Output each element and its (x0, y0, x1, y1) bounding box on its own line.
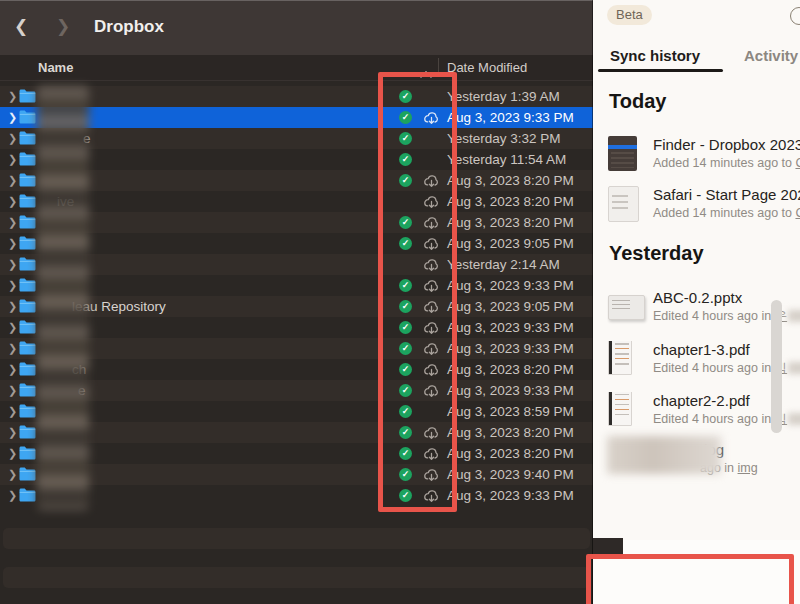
disclosure-chevron-icon[interactable]: ❯ (8, 342, 17, 355)
disclosure-chevron-icon[interactable]: ❯ (8, 279, 17, 292)
panel-status-bar: ✓ Your files are up to date ⌄ (593, 540, 800, 604)
file-thumbnail (608, 295, 645, 320)
active-tab-underline (598, 69, 723, 72)
tab-sync-history[interactable]: Sync history (610, 47, 700, 64)
cloud-download-icon (423, 341, 440, 360)
file-meta: Added 14 minutes ago to Capt (653, 156, 800, 171)
disclosure-chevron-icon[interactable]: ❯ (8, 321, 17, 334)
file-name: Safari - Start Page 2023- (653, 186, 800, 204)
redacted-folder-names (37, 86, 89, 510)
column-headers: Name Date Modified (0, 55, 593, 81)
synced-check-icon: ✓ (399, 237, 412, 250)
cloud-download-icon (423, 446, 440, 465)
disclosure-chevron-icon[interactable]: ❯ (8, 258, 17, 271)
cloud-download-icon (423, 194, 440, 213)
folder-icon (19, 152, 36, 170)
synced-check-icon: ✓ (399, 279, 412, 292)
date-modified: Aug 3, 2023 9:33 PM (447, 341, 574, 356)
disclosure-chevron-icon[interactable]: ❯ (8, 384, 17, 397)
redacted-thumbnail (607, 436, 721, 474)
sort-ascending-icon[interactable] (420, 64, 432, 82)
disclosure-chevron-icon[interactable]: ❯ (8, 237, 17, 250)
disclosure-chevron-icon[interactable]: ❯ (8, 468, 17, 481)
disclosure-chevron-icon[interactable]: ❯ (8, 195, 17, 208)
disclosure-chevron-icon[interactable]: ❯ (8, 447, 17, 460)
date-modified: Yesterday 1:39 AM (447, 89, 560, 104)
disclosure-chevron-icon[interactable]: ❯ (8, 363, 17, 376)
cloud-download-icon (423, 383, 440, 402)
folder-icon (19, 89, 36, 107)
disclosure-chevron-icon[interactable]: ❯ (8, 405, 17, 418)
synced-check-icon: ✓ (399, 111, 412, 124)
column-date-modified[interactable]: Date Modified (447, 60, 527, 75)
folder-icon (19, 236, 36, 254)
redacted-text (788, 413, 800, 425)
column-name[interactable]: Name (38, 60, 73, 75)
date-modified: Yesterday 3:32 PM (447, 131, 561, 146)
panel-scrollbar[interactable] (771, 300, 782, 433)
folder-icon (19, 341, 36, 359)
disclosure-chevron-icon[interactable]: ❯ (8, 90, 17, 103)
destination-link[interactable]: Capt (795, 206, 800, 220)
screen: ❮ ❯ Dropbox Name Date Modified ❯✓Yesterd… (0, 0, 800, 604)
disclosure-chevron-icon[interactable]: ❯ (8, 300, 17, 313)
date-modified: Aug 3, 2023 8:20 PM (447, 194, 574, 209)
synced-check-icon: ✓ (399, 342, 412, 355)
synced-check-icon: ✓ (399, 384, 412, 397)
disclosure-chevron-icon[interactable]: ❯ (8, 489, 17, 502)
synced-check-icon: ✓ (399, 300, 412, 313)
date-modified: Aug 3, 2023 9:33 PM (447, 383, 574, 398)
cloud-download-icon (423, 467, 440, 486)
cloud-download-icon (423, 110, 440, 129)
disclosure-chevron-icon[interactable]: ❯ (8, 153, 17, 166)
folder-icon (19, 467, 36, 485)
account-circle-icon[interactable] (790, 7, 800, 25)
cloud-download-icon (423, 257, 440, 276)
finder-toolbar: ❮ ❯ Dropbox (0, 0, 593, 56)
folder-icon (19, 278, 36, 296)
disclosure-chevron-icon[interactable]: ❯ (8, 111, 17, 124)
disclosure-chevron-icon[interactable]: ❯ (8, 426, 17, 439)
synced-check-icon: ✓ (399, 216, 412, 229)
file-thumbnail (608, 186, 639, 222)
redacted-text (788, 362, 800, 374)
sync-item[interactable]: Finder - Dropbox 2023-0Added 14 minutes … (607, 136, 800, 178)
synced-check-icon: ✓ (399, 363, 412, 376)
synced-check-icon: ✓ (399, 321, 412, 334)
folder-icon (19, 320, 36, 338)
cloud-download-icon (423, 278, 440, 297)
cloud-download-icon (423, 362, 440, 381)
empty-row-stripe (3, 528, 590, 549)
folder-icon (19, 131, 36, 149)
folder-icon (19, 110, 36, 128)
disclosure-chevron-icon[interactable]: ❯ (8, 132, 17, 145)
synced-check-icon: ✓ (399, 468, 412, 481)
cloud-download-icon (423, 173, 440, 192)
column-divider[interactable] (438, 58, 439, 77)
disclosure-chevron-icon[interactable]: ❯ (8, 216, 17, 229)
file-meta: Added 14 minutes ago to Capt (653, 206, 800, 221)
date-modified: Aug 3, 2023 9:05 PM (447, 236, 574, 251)
cloud-download-icon (423, 299, 440, 318)
disclosure-chevron-icon[interactable]: ❯ (8, 174, 17, 187)
forward-icon[interactable]: ❯ (56, 16, 70, 38)
back-icon[interactable]: ❮ (14, 16, 28, 38)
synced-check-icon: ✓ (399, 447, 412, 460)
date-modified: Aug 3, 2023 8:20 PM (447, 215, 574, 230)
folder-icon (19, 362, 36, 380)
window-corner-notch (593, 538, 623, 556)
section-heading: Today (609, 90, 666, 113)
destination-link[interactable]: img (738, 461, 758, 475)
synced-check-icon: ✓ (399, 132, 412, 145)
synced-check-icon: ✓ (399, 426, 412, 439)
sync-item[interactable]: Safari - Start Page 2023-Added 14 minute… (607, 186, 800, 228)
date-modified: Aug 3, 2023 9:33 PM (447, 320, 574, 335)
synced-check-icon: ✓ (399, 174, 412, 187)
folder-icon (19, 404, 36, 422)
tab-activity[interactable]: Activity (744, 47, 798, 64)
cloud-download-icon (423, 320, 440, 339)
destination-link[interactable]: Capt (795, 156, 800, 170)
beta-badge: Beta (607, 5, 652, 25)
file-thumbnail (608, 392, 632, 426)
finder-window: ❮ ❯ Dropbox Name Date Modified ❯✓Yesterd… (0, 0, 593, 604)
